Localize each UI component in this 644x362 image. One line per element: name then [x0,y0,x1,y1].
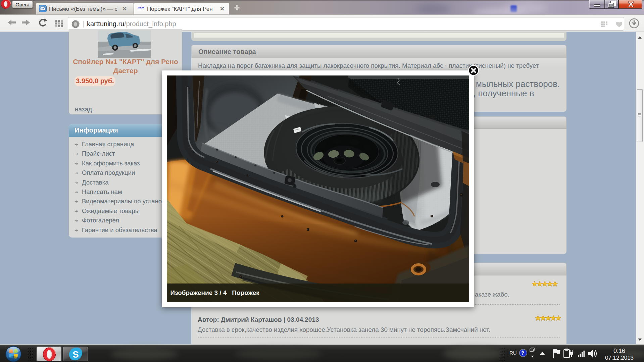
svg-text:Kart: Kart [138,6,144,10]
svg-text:?: ? [522,350,524,356]
svg-text:S: S [72,349,79,360]
